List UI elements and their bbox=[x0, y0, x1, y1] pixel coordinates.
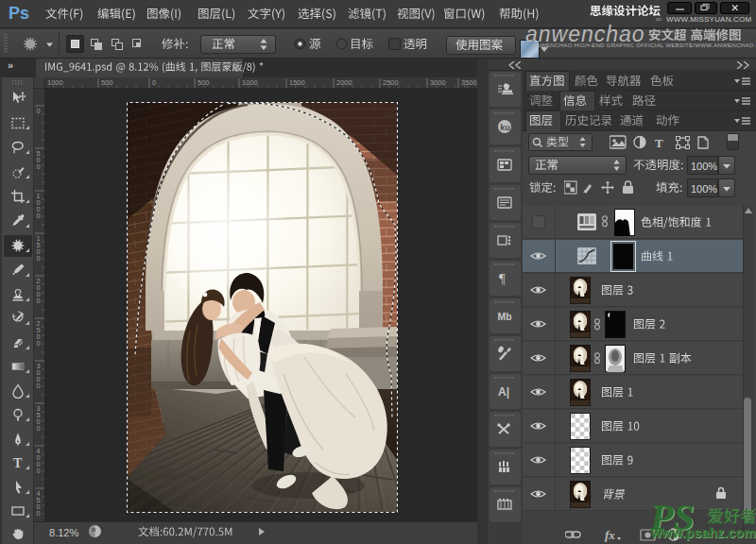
svg-text:T: T bbox=[13, 456, 23, 470]
svg-text:0: 0 bbox=[37, 382, 41, 390]
svg-text:0: 0 bbox=[152, 78, 156, 87]
svg-text:500: 500 bbox=[198, 78, 210, 87]
svg-text:ku: ku bbox=[500, 123, 510, 132]
svg-text:T: T bbox=[655, 136, 663, 150]
svg-text:0: 0 bbox=[37, 467, 41, 475]
svg-text:0: 0 bbox=[37, 297, 41, 305]
svg-text:Mb: Mb bbox=[498, 311, 512, 322]
svg-text:0: 0 bbox=[37, 339, 41, 348]
svg-text:1500: 1500 bbox=[289, 78, 305, 87]
svg-text:2000: 2000 bbox=[336, 78, 352, 87]
svg-text:0: 0 bbox=[37, 424, 41, 433]
svg-text:3500: 3500 bbox=[461, 78, 477, 87]
svg-text:fx: fx bbox=[605, 528, 615, 542]
svg-text:0: 0 bbox=[37, 162, 41, 171]
svg-text:500: 500 bbox=[101, 78, 113, 87]
svg-text:0: 0 bbox=[37, 212, 41, 220]
svg-text:0: 0 bbox=[37, 107, 41, 115]
svg-text:1000: 1000 bbox=[242, 78, 258, 87]
svg-text:¶: ¶ bbox=[499, 271, 506, 286]
svg-text:A|: A| bbox=[498, 385, 509, 399]
svg-text:0: 0 bbox=[37, 509, 41, 518]
svg-text:1000: 1000 bbox=[47, 78, 63, 87]
svg-text:0: 0 bbox=[37, 254, 41, 263]
svg-text:3000: 3000 bbox=[430, 78, 446, 87]
svg-text:2500: 2500 bbox=[383, 78, 399, 87]
